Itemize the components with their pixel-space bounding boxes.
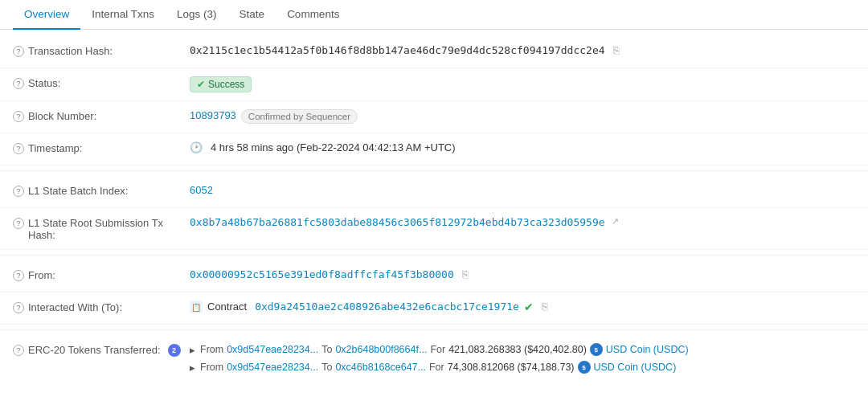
for-label-2: For [429,362,444,373]
block-number-label: ? Block Number: [13,109,190,122]
separator-1 [0,170,868,171]
status-value: ✔ Success [190,76,855,92]
from-label-text: From: [28,269,55,281]
status-badge: ✔ Success [190,76,252,92]
token-transfers-list: ▸ From 0x9d547eae28234... To 0x2b648b00f… [190,343,855,374]
external-link-icon: ↗ [612,216,619,227]
transfer-token-1[interactable]: USD Coin (USDC) [606,344,689,355]
transfer-from-2[interactable]: 0x9d547eae28234... [227,362,318,373]
l1-root-hash-help-icon[interactable]: ? [13,218,24,229]
l1-batch-index-label-text: L1 State Batch Index: [28,185,128,197]
from-row: ? From: 0x00000952c5165e391ed0f8adffcfaf… [0,260,868,292]
to-label-2: To [321,362,332,373]
overview-content: ? Transaction Hash: 0x2115c1ec1b54412a5f… [0,30,868,388]
from-copy-icon[interactable]: ⎘ [462,268,469,280]
l1-batch-index-value: 6052 [190,184,855,196]
usdc-icon-1: $ [590,343,603,356]
timestamp-help-icon[interactable]: ? [13,143,24,154]
tab-bar: Overview Internal Txns Logs (3) State Co… [0,0,868,30]
transfer-row-2: ▸ From 0x9d547eae28234... To 0xc46b8168c… [190,361,855,374]
to-value: 📋 Contract 0xd9a24510ae2c408926abe432e6c… [190,301,855,313]
tx-hash-help-icon[interactable]: ? [13,46,24,57]
block-number-value: 10893793 Confirmed by Sequencer [190,109,855,124]
from-label: ? From: [13,268,190,281]
tx-hash-label: ? Transaction Hash: [13,44,190,57]
l1-root-hash-row: ? L1 State Root Submission Tx Hash: 0x8b… [0,208,868,250]
clock-icon: 🕑 [190,141,203,153]
to-copy-icon[interactable]: ⎘ [542,301,548,313]
to-help-icon[interactable]: ? [13,302,24,313]
bullet-2: ▸ [190,362,195,374]
tab-state[interactable]: State [228,0,276,30]
to-label-text: Interacted With (To): [28,301,122,313]
tab-logs[interactable]: Logs (3) [166,0,228,30]
verified-icon: ✔ [524,301,534,313]
status-label-text: Status: [28,77,60,89]
erc20-help-icon[interactable]: ? [13,345,24,356]
from-address-link[interactable]: 0x00000952c5165e391ed0f8adffcfaf45f3b800… [190,268,454,280]
tx-hash-text: 0x2115c1ec1b54412a5f0b146f8d8bb147ae46dc… [190,44,605,56]
transfer-amount-1: 421,083.268383 ($420,402.80) [448,344,587,355]
transfer-from-1[interactable]: 0x9d547eae28234... [227,344,318,355]
block-number-label-text: Block Number: [28,110,96,122]
from-value: 0x00000952c5165e391ed0f8adffcfaf45f3b800… [190,268,855,280]
from-help-icon[interactable]: ? [13,270,24,281]
tx-hash-copy-icon[interactable]: ⎘ [613,44,620,56]
tx-hash-row: ? Transaction Hash: 0x2115c1ec1b54412a5f… [0,36,868,68]
tab-overview[interactable]: Overview [13,0,80,30]
confirmed-badge: Confirmed by Sequencer [241,109,358,124]
tx-hash-label-text: Transaction Hash: [28,45,113,57]
l1-batch-index-link[interactable]: 6052 [190,184,213,196]
separator-3 [0,329,868,330]
l1-batch-index-label: ? L1 State Batch Index: [13,184,190,197]
to-label: ? Interacted With (To): [13,301,190,313]
tx-hash-value: 0x2115c1ec1b54412a5f0b146f8d8bb147ae46dc… [190,44,855,56]
status-row: ? Status: ✔ Success [0,68,868,101]
block-number-row: ? Block Number: 10893793 Confirmed by Se… [0,101,868,133]
transfer-to-2[interactable]: 0xc46b8168ce647... [335,362,426,373]
erc20-label: ? ERC-20 Tokens Transferred: 2 [13,343,190,357]
check-icon: ✔ [197,79,205,90]
timestamp-label-text: Timestamp: [28,142,82,154]
bullet-1: ▸ [190,344,195,356]
status-badge-text: Success [208,79,244,90]
tab-internal-txns[interactable]: Internal Txns [80,0,166,30]
status-label: ? Status: [13,76,190,89]
block-number-help-icon[interactable]: ? [13,111,24,122]
transfer-token-2[interactable]: USD Coin (USDC) [594,362,677,373]
to-row: ? Interacted With (To): 📋 Contract 0xd9a… [0,292,868,325]
l1-root-hash-label-text: L1 State Root Submission Tx Hash: [28,217,190,241]
contract-address-link[interactable]: 0xd9a24510ae2c408926abe432e6cacbc17ce197… [255,301,519,313]
erc20-label-text: ERC-20 Tokens Transferred: [28,344,161,356]
timestamp-row: ? Timestamp: 🕑 4 hrs 58 mins ago (Feb-22… [0,133,868,166]
l1-batch-index-row: ? L1 State Batch Index: 6052 [0,176,868,208]
from-label-1: From [200,344,223,355]
erc20-count-badge: 2 [168,344,181,357]
l1-root-hash-link[interactable]: 0x8b7a48b67ba26881fc5803dabe88456c3065f8… [190,216,605,228]
from-label-2: From [200,362,223,373]
status-help-icon[interactable]: ? [13,78,24,89]
contract-icon: 📋 [190,301,203,313]
transfer-to-1[interactable]: 0x2b648b00f8664f... [335,344,427,355]
block-number-link[interactable]: 10893793 [190,109,236,121]
usdc-icon-2: $ [578,361,591,374]
transfer-amount-2: 74,308.812068 ($74,188.73) [448,362,575,373]
timestamp-text: 4 hrs 58 mins ago (Feb-22-2024 04:42:13 … [211,141,456,153]
to-label-1: To [321,344,332,355]
l1-root-hash-value: 0x8b7a48b67ba26881fc5803dabe88456c3065f8… [190,216,855,228]
transfer-row-1: ▸ From 0x9d547eae28234... To 0x2b648b00f… [190,343,855,356]
erc20-row: ? ERC-20 Tokens Transferred: 2 ▸ From 0x… [0,335,868,382]
for-label-1: For [430,344,445,355]
tab-comments[interactable]: Comments [276,0,350,30]
l1-root-hash-label: ? L1 State Root Submission Tx Hash: [13,216,190,241]
timestamp-value: 🕑 4 hrs 58 mins ago (Feb-22-2024 04:42:1… [190,141,855,153]
timestamp-label: ? Timestamp: [13,141,190,154]
erc20-value: ▸ From 0x9d547eae28234... To 0x2b648b00f… [190,343,855,374]
contract-text: Contract [207,301,247,313]
l1-batch-index-help-icon[interactable]: ? [13,186,24,197]
separator-2 [0,255,868,256]
